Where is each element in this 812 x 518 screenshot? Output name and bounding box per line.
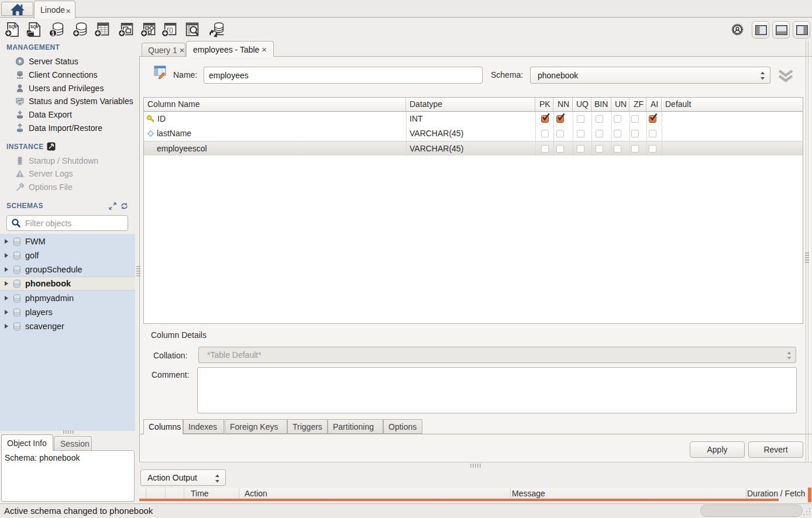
svg-text:(): (): [169, 27, 173, 33]
